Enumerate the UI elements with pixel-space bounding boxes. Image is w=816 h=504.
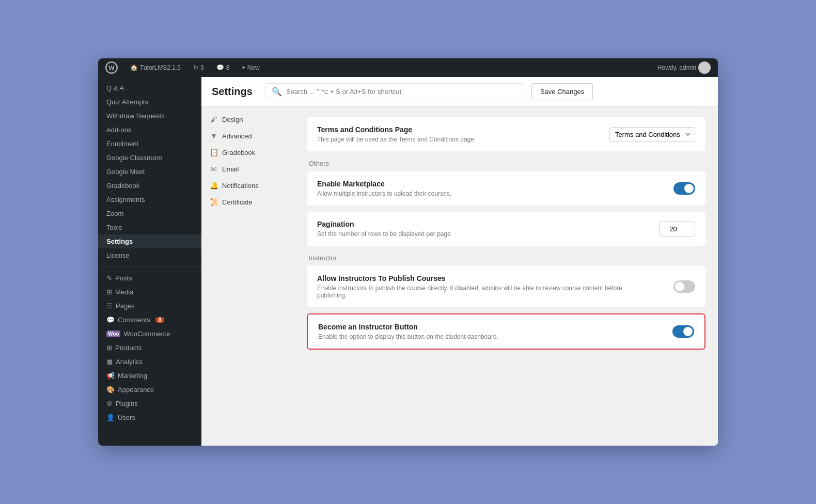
settings-nav-certificate[interactable]: 📜 Certificate — [201, 194, 294, 210]
settings-nav: 🖌 Design ▼ Advanced 📋 Gradebook ✉ Email — [201, 107, 294, 446]
sidebar-item-posts[interactable]: ✎ Posts — [98, 271, 201, 285]
become-instructor-toggle[interactable] — [672, 325, 694, 338]
others-section-label: Others — [307, 160, 705, 167]
allow-publish-card-title: Allow Instructors To Publish Courses — [317, 274, 627, 282]
howdy-user-menu[interactable]: Howdy, admin — [655, 58, 713, 77]
sidebar-item-addons[interactable]: Add-ons — [98, 123, 201, 137]
settings-nav-gradebook[interactable]: 📋 Gradebook — [201, 144, 294, 161]
advanced-icon: ▼ — [210, 132, 218, 140]
analytics-icon: ▦ — [106, 358, 113, 366]
wp-logo-button[interactable]: W — [103, 58, 120, 77]
sidebar-item-products[interactable]: ⊞ Products — [98, 341, 201, 355]
users-icon: 👤 — [106, 414, 115, 421]
new-content-link[interactable]: + New — [240, 58, 261, 77]
pages-icon: ☰ — [106, 302, 113, 310]
allow-publish-card-desc: Enable instructors to publish the course… — [317, 285, 627, 299]
allow-publish-card: Allow Instructors To Publish Courses Ena… — [307, 266, 705, 307]
pagination-card-desc: Set the number of rows to be displayed p… — [317, 230, 451, 238]
sidebar-item-google-classroom[interactable]: Google Classroom — [98, 151, 201, 165]
plugins-icon: ⚙ — [106, 400, 113, 407]
search-input[interactable] — [286, 88, 516, 96]
sidebar-item-qa[interactable]: Q & A — [98, 81, 201, 95]
settings-main-content: Terms and Conditions Page This page will… — [294, 107, 718, 446]
comments-link[interactable]: 💬 8 — [214, 58, 232, 77]
products-icon: ⊞ — [106, 344, 112, 352]
allow-publish-toggle[interactable] — [673, 280, 695, 293]
comments-icon: 💬 — [106, 316, 115, 324]
become-instructor-card: Become an Instructor Button Enable the o… — [307, 313, 705, 350]
sidebar-item-comments[interactable]: 💬 Comments 8 — [98, 313, 201, 327]
sidebar-item-appearance[interactable]: 🎨 Appearance — [98, 383, 201, 397]
appearance-icon: 🎨 — [106, 386, 115, 393]
instructor-section-label: Instructor — [307, 254, 705, 262]
terms-card-desc: This page will be used as the Terms and … — [317, 136, 474, 143]
sidebar-item-marketing[interactable]: 📢 Marketing — [98, 369, 201, 383]
settings-header: Settings 🔍 Save Changes — [201, 77, 718, 107]
certificate-icon: 📜 — [210, 198, 218, 206]
comments-badge: 8 — [155, 317, 165, 323]
sidebar-item-tools[interactable]: Tools — [98, 220, 201, 234]
sidebar-item-woocommerce[interactable]: Woo WooCommerce — [98, 327, 201, 341]
sidebar-item-settings[interactable]: Settings — [98, 234, 201, 248]
sidebar-item-enrollment[interactable]: Enrollment — [98, 137, 201, 151]
site-name-link[interactable]: 🏠 TutorLMS2.1.5 — [128, 58, 183, 77]
become-instructor-card-desc: Enable the option to display this button… — [318, 333, 498, 340]
settings-nav-advanced[interactable]: ▼ Advanced — [201, 128, 294, 144]
terms-conditions-dropdown[interactable]: Terms and Conditions — [609, 127, 695, 142]
sidebar-item-quiz-attempts[interactable]: Quiz Attempts — [98, 95, 201, 109]
marketplace-toggle-slider — [673, 182, 695, 195]
search-bar[interactable]: 🔍 — [265, 83, 523, 100]
marketing-icon: 📢 — [106, 372, 115, 380]
become-instructor-toggle-slider — [672, 325, 694, 338]
marketplace-toggle[interactable] — [673, 182, 695, 195]
marketplace-card-title: Enable Marketplace — [317, 180, 451, 188]
settings-nav-design[interactable]: 🖌 Design — [201, 111, 294, 128]
terms-card-title: Terms and Conditions Page — [317, 125, 474, 134]
media-icon: ⊞ — [106, 288, 112, 296]
pagination-input[interactable] — [659, 222, 695, 237]
sidebar-item-gradebook[interactable]: Gradebook — [98, 179, 201, 193]
woocommerce-icon: Woo — [106, 330, 120, 337]
sidebar-item-plugins[interactable]: ⚙ Plugins — [98, 397, 201, 411]
sidebar-item-zoom[interactable]: Zoom — [98, 207, 201, 220]
save-changes-button[interactable]: Save Changes — [531, 83, 593, 100]
sidebar-item-pages[interactable]: ☰ Pages — [98, 299, 201, 313]
sidebar-item-analytics[interactable]: ▦ Analytics — [98, 355, 201, 369]
marketplace-card-desc: Allow multiple instructors to upload the… — [317, 190, 451, 197]
sidebar-item-google-meet[interactable]: Google Meet — [98, 165, 201, 179]
terms-conditions-card: Terms and Conditions Page This page will… — [307, 117, 705, 151]
sidebar-item-assignments[interactable]: Assignments — [98, 193, 201, 207]
pagination-card: Pagination Set the number of rows to be … — [307, 212, 705, 246]
settings-nav-notifications[interactable]: 🔔 Notifications — [201, 177, 294, 194]
search-icon: 🔍 — [272, 87, 282, 97]
email-icon: ✉ — [210, 165, 218, 173]
enable-marketplace-card: Enable Marketplace Allow multiple instru… — [307, 171, 705, 206]
notifications-icon: 🔔 — [210, 181, 218, 190]
page-title: Settings — [212, 86, 253, 98]
sidebar-item-withdraw-requests[interactable]: Withdraw Requests — [98, 109, 201, 123]
sidebar-item-license[interactable]: License — [98, 248, 201, 262]
settings-nav-email[interactable]: ✉ Email — [201, 161, 294, 177]
pagination-card-title: Pagination — [317, 220, 451, 228]
posts-icon: ✎ — [106, 274, 112, 282]
become-instructor-card-title: Become an Instructor Button — [318, 323, 498, 331]
allow-publish-toggle-slider — [673, 280, 695, 293]
sidebar-item-media[interactable]: ⊞ Media — [98, 285, 201, 299]
updates-link[interactable]: ↻ 3 — [191, 58, 206, 77]
design-icon: 🖌 — [210, 115, 218, 123]
sidebar: Q & A Quiz Attempts Withdraw Requests Ad… — [98, 77, 201, 446]
gradebook-nav-icon: 📋 — [210, 148, 218, 156]
svg-text:W: W — [108, 65, 115, 72]
sidebar-item-users[interactable]: 👤 Users — [98, 411, 201, 424]
admin-bar: W 🏠 TutorLMS2.1.5 ↻ 3 💬 8 + New Howdy, a… — [98, 58, 718, 77]
